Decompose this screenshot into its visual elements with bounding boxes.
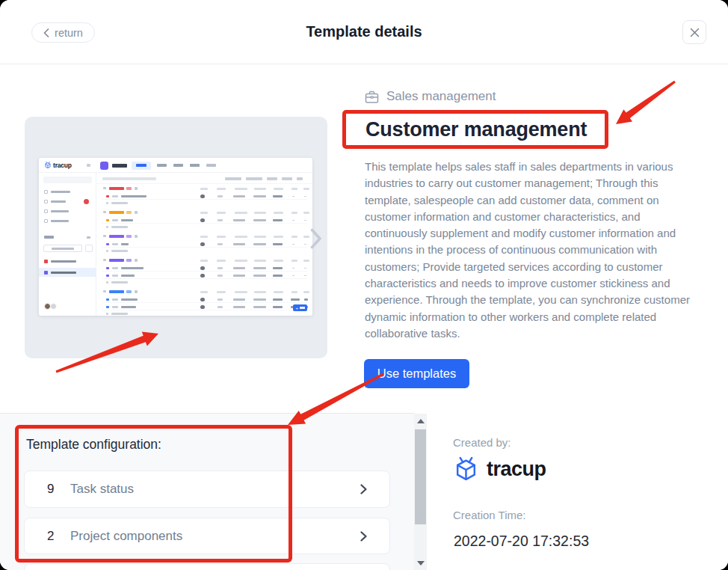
task-status-label: Task status <box>70 471 134 507</box>
task-status-count: 9 <box>47 471 54 507</box>
bottom-section: Template configuration: 9 Task status 2 … <box>0 413 728 570</box>
config-item-partial[interactable] <box>24 563 390 570</box>
template-preview-panel: tracup <box>25 117 327 358</box>
mini-tab-list-label <box>136 164 146 167</box>
vertical-scrollbar <box>414 414 427 570</box>
mini-tab-board <box>157 164 167 167</box>
carousel-next-button[interactable] <box>310 227 324 250</box>
creator-brand: tracup <box>452 456 546 483</box>
mini-tab-docs <box>173 164 183 167</box>
modal-header: return Template details <box>0 0 728 64</box>
tracup-logo-text: tracup <box>487 458 546 481</box>
scrollbar-thumb[interactable] <box>415 429 426 524</box>
tracup-logo-icon <box>452 456 480 483</box>
chevron-right-icon <box>310 228 322 249</box>
mini-collapse-icon <box>87 164 90 167</box>
mini-tracup-logo-icon <box>44 162 52 169</box>
creator-panel: Created by: tracup Creation Time: 2022-0… <box>427 413 728 570</box>
config-item-project-components[interactable]: 2 Project components <box>24 518 390 554</box>
mini-app-sidebar <box>39 173 96 316</box>
mini-project-color-icon <box>100 162 108 170</box>
annotation-arrow-to-template-name <box>616 81 676 124</box>
template-description: This template helps sales staff in sales… <box>365 159 701 342</box>
creation-time-label: Creation Time: <box>453 509 526 521</box>
mini-tab-files <box>190 164 200 167</box>
configuration-heading: Template configuration: <box>26 437 161 453</box>
project-components-label: Project components <box>70 518 182 554</box>
template-category-label: Sales management <box>386 89 496 104</box>
template-configuration-panel: Template configuration: 9 Task status 2 … <box>0 413 414 570</box>
chevron-right-icon <box>360 518 368 554</box>
mini-app-topbar: tracup <box>39 158 312 173</box>
project-components-count: 2 <box>47 518 54 554</box>
scrollbar-up-arrow[interactable] <box>417 419 425 423</box>
scrollbar-down-arrow[interactable] <box>417 561 425 566</box>
mini-notification-badge <box>84 199 89 204</box>
template-details-modal: return Template details tracup <box>0 0 728 570</box>
mini-tab-more <box>206 164 216 167</box>
config-item-task-status[interactable]: 9 Task status <box>24 471 390 508</box>
use-templates-button[interactable]: Use templates <box>364 359 469 388</box>
mini-project-title <box>112 164 127 168</box>
annotation-box-template-name <box>342 110 608 149</box>
briefcase-icon <box>365 90 379 104</box>
close-icon <box>690 28 700 37</box>
page-title: Template details <box>0 23 728 40</box>
template-preview-image: tracup <box>39 158 312 316</box>
mini-create-button: + <box>293 304 307 311</box>
template-category: Sales management <box>365 89 496 104</box>
creation-time-value: 2022-07-20 17:32:53 <box>454 533 589 550</box>
mini-app-searchbar <box>96 173 312 184</box>
mini-tracup-logo-text: tracup <box>53 162 72 169</box>
chevron-right-icon <box>360 471 368 507</box>
close-button[interactable] <box>682 20 706 44</box>
created-by-label: Created by: <box>453 436 511 449</box>
mini-user-avatar-2 <box>50 303 57 310</box>
